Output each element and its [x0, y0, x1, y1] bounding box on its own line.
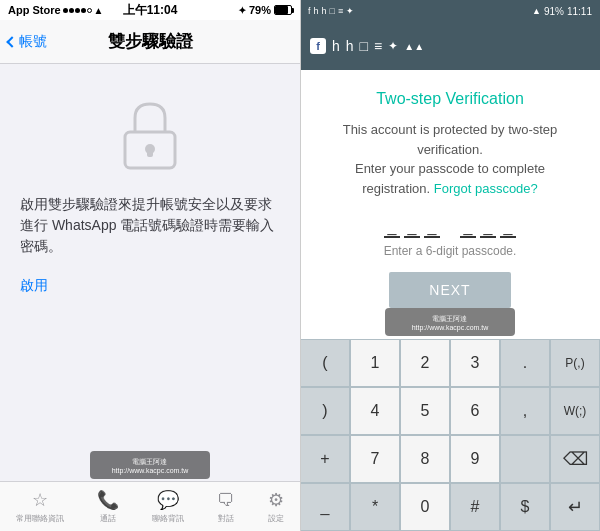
status-time: 上午11:04: [123, 2, 178, 19]
watermark-line1: 電腦王阿達: [112, 457, 189, 467]
convo-icon: 🗨: [217, 490, 235, 511]
left-description: 啟用雙步驟驗證來提升帳號安全以及要求進行 WhatsApp 電話號碼驗證時需要輸…: [20, 194, 280, 257]
verification-title: Two-step Verification: [376, 90, 524, 108]
tab-convo-label: 對話: [218, 513, 234, 524]
right-watermark-text: 電腦王阿達 http://www.kacpc.com.tw: [412, 314, 489, 331]
enable-link[interactable]: 啟用: [20, 277, 48, 295]
tab-calls[interactable]: 📞 通話: [97, 489, 119, 524]
nav-title: 雙步驟驗證: [108, 30, 193, 53]
dot2: [69, 8, 74, 13]
status-right: ✦ 79%: [238, 4, 292, 16]
left-watermark-text: 電腦王阿達 http://www.kacpc.com.tw: [112, 457, 189, 474]
battery-icon: [274, 5, 292, 15]
bluetooth-icon-bar: ✦: [388, 39, 398, 53]
key-underscore[interactable]: _: [300, 483, 350, 531]
passcode-group-2: _ _ _: [460, 218, 516, 238]
hamburger-icon: ≡: [374, 38, 382, 54]
key-close-paren[interactable]: ): [300, 387, 350, 435]
passcode-group-1: _ _ _: [384, 218, 440, 238]
right-watermark-line1: 電腦王阿達: [412, 314, 489, 324]
key-3[interactable]: 3: [450, 339, 500, 387]
box-icon-bar: □: [360, 38, 368, 54]
key-7[interactable]: 7: [350, 435, 400, 483]
keyboard: ( 1 2 3 . P(,) ) 4 5 6 , W(;) + 7 8 9 ⌫ …: [300, 339, 600, 531]
passcode-display: _ _ _ _ _ _: [384, 218, 516, 238]
ios-nav-bar: 帳號 雙步驟驗證: [0, 20, 300, 64]
fb-icon-status: f: [308, 6, 311, 16]
wifi-icon: ▲: [94, 5, 104, 16]
star-icon-status: ✦: [346, 6, 354, 16]
signal-icon: ▲: [532, 6, 541, 16]
key-dollar[interactable]: $: [500, 483, 550, 531]
key-2[interactable]: 2: [400, 339, 450, 387]
calls-icon: 📞: [97, 489, 119, 511]
keyboard-row-4: _ * 0 # $ ↵: [300, 483, 600, 531]
key-9[interactable]: 9: [450, 435, 500, 483]
keyboard-row-1: ( 1 2 3 . P(,): [300, 339, 600, 387]
dot3: [75, 8, 80, 13]
android-status-left: f h h □ ≡ ✦: [308, 6, 354, 16]
keyboard-row-2: ) 4 5 6 , W(;): [300, 387, 600, 435]
verification-desc: This account is protected by two-step ve…: [320, 120, 580, 198]
left-content: 啟用雙步驟驗證來提升帳號安全以及要求進行 WhatsApp 電話號碼驗證時需要輸…: [0, 64, 300, 481]
key-p[interactable]: P(,): [550, 339, 600, 387]
bluetooth-icon: ✦: [238, 5, 246, 16]
backspace-key[interactable]: ⌫: [550, 435, 600, 483]
h-icon2: h: [322, 6, 327, 16]
menu-icon: ≡: [338, 6, 343, 16]
passcode-char-5: _: [480, 218, 496, 238]
key-5[interactable]: 5: [400, 387, 450, 435]
lock-icon-wrapper: [110, 94, 190, 174]
enter-key[interactable]: ↵: [550, 483, 600, 531]
chevron-left-icon: [6, 36, 17, 47]
key-plus[interactable]: +: [300, 435, 350, 483]
key-star[interactable]: *: [350, 483, 400, 531]
signal-bar: ▲▲: [404, 41, 424, 52]
forgot-passcode-link[interactable]: Forgot passcode?: [434, 181, 538, 196]
tab-chat-label: 聊絡背訊: [152, 513, 184, 524]
settings-icon: ⚙: [268, 489, 284, 511]
key-blank[interactable]: [500, 435, 550, 483]
lock-icon: [115, 94, 185, 174]
facebook-icon: f: [310, 38, 326, 54]
right-watermark-line2: http://www.kacpc.com.tw: [412, 324, 489, 331]
key-6[interactable]: 6: [450, 387, 500, 435]
passcode-separator: [448, 218, 452, 234]
tab-settings-label: 設定: [268, 513, 284, 524]
battery-fill: [275, 6, 288, 14]
tab-chat[interactable]: 💬 聊絡背訊: [152, 489, 184, 524]
h-icon-bar1: h: [332, 38, 340, 54]
right-watermark: 電腦王阿達 http://www.kacpc.com.tw: [385, 308, 515, 336]
key-1[interactable]: 1: [350, 339, 400, 387]
key-4[interactable]: 4: [350, 387, 400, 435]
app-store-label: App Store: [8, 4, 61, 16]
next-button[interactable]: NEXT: [389, 272, 510, 308]
back-button[interactable]: 帳號: [8, 33, 47, 51]
battery-percent: 79%: [249, 4, 271, 16]
keyboard-row-3: + 7 8 9 ⌫: [300, 435, 600, 483]
tab-contacts-label: 常用聯絡資訊: [16, 513, 64, 524]
tab-settings[interactable]: ⚙ 設定: [268, 489, 284, 524]
right-main: Two-step Verification This account is pr…: [300, 70, 600, 339]
key-comma[interactable]: ,: [500, 387, 550, 435]
key-8[interactable]: 8: [400, 435, 450, 483]
passcode-char-2: _: [404, 218, 420, 238]
key-open-paren[interactable]: (: [300, 339, 350, 387]
key-dot[interactable]: .: [500, 339, 550, 387]
passcode-char-4: _: [460, 218, 476, 238]
tab-contacts[interactable]: ☆ 常用聯絡資訊: [16, 489, 64, 524]
left-watermark: 電腦王阿達 http://www.kacpc.com.tw: [90, 451, 210, 479]
contacts-icon: ☆: [32, 489, 48, 511]
svg-rect-2: [147, 149, 153, 157]
right-panel: f h h □ ≡ ✦ ▲ 91% 11:11 f h h □ ≡ ✦ ▲▲ T…: [300, 0, 600, 531]
left-panel: App Store ▲ 上午11:04 ✦ 79% 帳號 雙步驟驗證: [0, 0, 300, 531]
key-0[interactable]: 0: [400, 483, 450, 531]
passcode-char-1: _: [384, 218, 400, 238]
status-left: App Store ▲: [8, 4, 103, 16]
tab-convo[interactable]: 🗨 對話: [217, 490, 235, 524]
android-status-right: ▲ 91% 11:11: [532, 6, 592, 17]
signal-strength: 91%: [544, 6, 564, 17]
key-w[interactable]: W(;): [550, 387, 600, 435]
key-hash[interactable]: #: [450, 483, 500, 531]
dot1: [63, 8, 68, 13]
